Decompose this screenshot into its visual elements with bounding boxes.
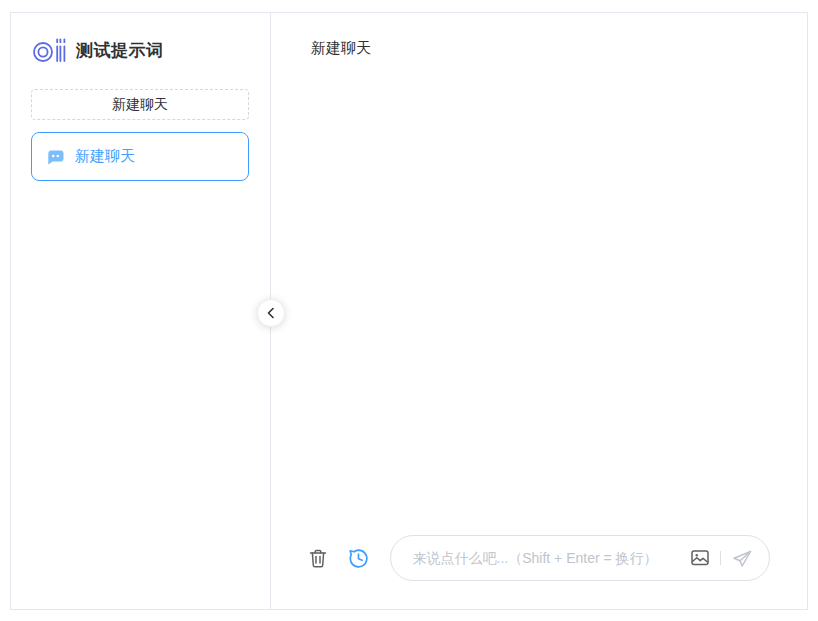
composer-divider [720,551,721,565]
send-plane-icon [732,549,752,568]
message-input-container [390,535,770,581]
conversation-item-selected[interactable]: 新建聊天 [31,132,249,181]
app-window: 测试提示词 新建聊天 新建聊天 新建聊天 [10,12,808,610]
chat-pane-title: 新建聊天 [311,39,371,58]
chat-pane: 新建聊天 [271,13,807,609]
clear-chat-button[interactable] [309,548,327,568]
ai-logo-icon [33,37,67,63]
chat-bubble-icon [46,148,65,166]
image-icon [691,550,709,566]
history-button[interactable] [348,548,369,569]
message-input[interactable] [413,550,680,566]
collapse-sidebar-button[interactable] [257,299,285,327]
brand: 测试提示词 [33,37,250,63]
upload-image-button[interactable] [691,550,709,566]
send-button[interactable] [732,549,752,568]
app-title: 测试提示词 [76,39,164,62]
new-chat-button[interactable]: 新建聊天 [31,89,249,120]
conversation-item-label: 新建聊天 [75,147,135,166]
trash-icon [309,548,327,568]
composer-bar [271,535,807,581]
sidebar: 测试提示词 新建聊天 新建聊天 [11,13,271,609]
chevron-left-icon [265,306,277,320]
history-clock-icon [348,548,369,569]
